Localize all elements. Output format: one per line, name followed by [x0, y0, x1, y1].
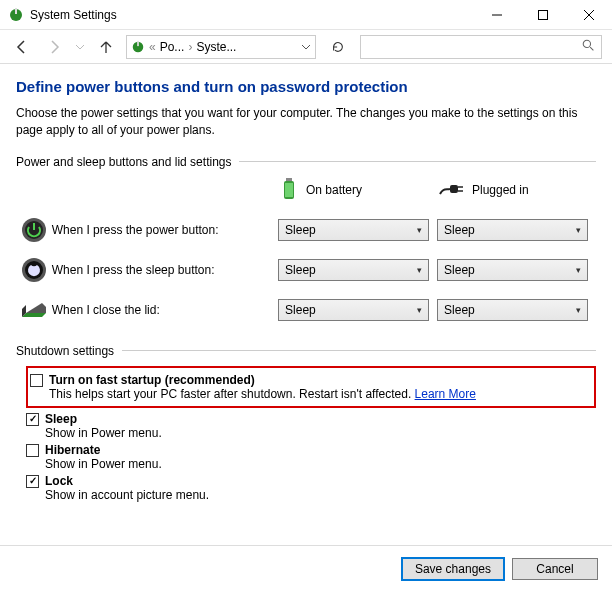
- section-shutdown-label: Shutdown settings: [16, 344, 114, 358]
- col-plugged: Plugged in: [438, 180, 596, 201]
- lid-icon: [16, 299, 52, 321]
- app-icon: [8, 7, 24, 23]
- chevron-down-icon: ▾: [417, 265, 422, 275]
- svg-rect-1: [15, 8, 17, 14]
- search-input[interactable]: [360, 35, 602, 59]
- svg-marker-21: [26, 303, 46, 313]
- section-power-sleep-header: Power and sleep buttons and lid settings: [16, 155, 596, 169]
- row-power-button-label: When I press the power button:: [52, 223, 278, 237]
- col-battery: On battery: [280, 177, 438, 204]
- power-plan-icon: [131, 40, 145, 54]
- close-lid-plugged-select[interactable]: Sleep▾: [437, 299, 588, 321]
- checkbox-fast-startup[interactable]: Turn on fast startup (recommended) This …: [30, 373, 588, 401]
- row-power-button: When I press the power button: Sleep▾ Sl…: [16, 210, 596, 250]
- battery-icon: [280, 177, 298, 204]
- section-power-sleep-label: Power and sleep buttons and lid settings: [16, 155, 231, 169]
- checkbox-hibernate[interactable]: Hibernate Show in Power menu.: [26, 443, 596, 471]
- svg-point-8: [583, 40, 590, 47]
- recent-dropdown[interactable]: [74, 35, 86, 59]
- checkbox-icon[interactable]: [26, 444, 39, 457]
- chevron-down-icon: ▾: [576, 225, 581, 235]
- window-title: System Settings: [30, 8, 117, 22]
- save-button[interactable]: Save changes: [402, 558, 504, 580]
- breadcrumb-item-2[interactable]: Syste...: [196, 40, 236, 54]
- chevron-down-icon: ▾: [576, 305, 581, 315]
- svg-rect-7: [137, 40, 139, 45]
- page-description: Choose the power settings that you want …: [16, 105, 596, 139]
- window-controls: [474, 0, 612, 30]
- checkbox-icon[interactable]: [26, 475, 39, 488]
- breadcrumb-dropdown[interactable]: [301, 40, 311, 54]
- breadcrumb[interactable]: « Po... › Syste...: [126, 35, 316, 59]
- section-shutdown-header: Shutdown settings: [16, 344, 596, 358]
- checkbox-sleep[interactable]: Sleep Show in Power menu.: [26, 412, 596, 440]
- shutdown-settings-list: Turn on fast startup (recommended) This …: [16, 366, 596, 502]
- forward-button[interactable]: [42, 35, 66, 59]
- svg-rect-3: [539, 10, 548, 19]
- close-lid-battery-select[interactable]: Sleep▾: [278, 299, 429, 321]
- column-headers: On battery Plugged in: [16, 177, 596, 204]
- chevron-right-icon: ›: [188, 40, 192, 54]
- titlebar: System Settings: [0, 0, 612, 30]
- toolbar: « Po... › Syste...: [0, 30, 612, 64]
- up-button[interactable]: [94, 35, 118, 59]
- maximize-button[interactable]: [520, 0, 566, 30]
- learn-more-link[interactable]: Learn More: [415, 387, 476, 401]
- refresh-button[interactable]: [324, 35, 352, 59]
- highlight-fast-startup: Turn on fast startup (recommended) This …: [26, 366, 596, 408]
- breadcrumb-item-1[interactable]: Po...: [160, 40, 185, 54]
- row-sleep-button: When I press the sleep button: Sleep▾ Sl…: [16, 250, 596, 290]
- power-button-battery-select[interactable]: Sleep▾: [278, 219, 429, 241]
- checkbox-lock[interactable]: Lock Show in account picture menu.: [26, 474, 596, 502]
- chevron-down-icon: ▾: [576, 265, 581, 275]
- power-button-icon: [16, 217, 52, 243]
- checkbox-icon[interactable]: [26, 413, 39, 426]
- row-close-lid-label: When I close the lid:: [52, 303, 278, 317]
- cancel-button[interactable]: Cancel: [512, 558, 598, 580]
- content: Define power buttons and turn on passwor…: [0, 64, 612, 515]
- power-button-plugged-select[interactable]: Sleep▾: [437, 219, 588, 241]
- checkbox-icon[interactable]: [30, 374, 43, 387]
- row-sleep-button-label: When I press the sleep button:: [52, 263, 278, 277]
- sleep-button-plugged-select[interactable]: Sleep▾: [437, 259, 588, 281]
- minimize-button[interactable]: [474, 0, 520, 30]
- svg-rect-13: [450, 185, 458, 193]
- sleep-button-battery-select[interactable]: Sleep▾: [278, 259, 429, 281]
- back-button[interactable]: [10, 35, 34, 59]
- svg-rect-11: [286, 178, 292, 181]
- chevron-down-icon: ▾: [417, 225, 422, 235]
- row-close-lid: When I close the lid: Sleep▾ Sleep▾: [16, 290, 596, 330]
- sleep-button-icon: [16, 257, 52, 283]
- plug-icon: [438, 180, 464, 201]
- breadcrumb-sep: «: [149, 40, 156, 54]
- close-button[interactable]: [566, 0, 612, 30]
- svg-rect-12: [285, 183, 293, 197]
- chevron-down-icon: ▾: [417, 305, 422, 315]
- svg-marker-20: [22, 313, 46, 317]
- button-bar: Save changes Cancel: [402, 558, 598, 580]
- svg-line-9: [590, 47, 593, 50]
- page-title: Define power buttons and turn on passwor…: [16, 78, 596, 95]
- search-icon: [582, 39, 595, 55]
